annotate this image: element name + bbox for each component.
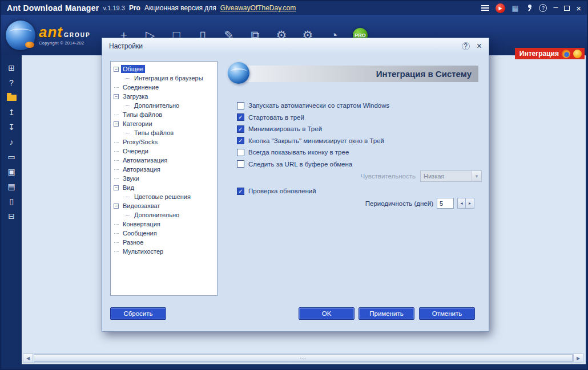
tree-item[interactable]: −Общее (112, 64, 216, 74)
checkbox[interactable]: ✓ (237, 113, 244, 121)
apply-button[interactable]: Применить (359, 307, 414, 320)
tree-item[interactable]: Proxy/Socks (112, 137, 216, 147)
checkbox[interactable] (237, 102, 244, 109)
spin-up-icon[interactable]: ▸ (466, 198, 474, 209)
tree-item[interactable]: −Загрузка (112, 92, 216, 101)
chevron-down-icon[interactable]: ▾ (472, 171, 481, 181)
checkbox-row: ✓Минимизировать в Трей (237, 123, 478, 135)
collapse-icon[interactable]: − (114, 67, 119, 72)
left-sidebar: ⊞?↥↧♪▭▣▤▯⊟ (1, 55, 22, 369)
tree-item[interactable]: Разное (112, 238, 216, 247)
checkbox[interactable] (237, 149, 244, 156)
tree-item-label: Загрузка (121, 92, 150, 100)
sounds-icon[interactable]: ♪ (5, 137, 18, 147)
import-icon[interactable]: ↧ (5, 122, 18, 132)
checkbox[interactable] (237, 160, 244, 168)
tree-item[interactable]: Цветовые решения (112, 192, 216, 201)
reset-button[interactable]: Сбросить (110, 307, 166, 320)
maximize-button[interactable] (564, 6, 570, 11)
checkbox-row: Следить за URL в буфере обмена (237, 158, 478, 170)
brand-text: antGROUP Copyright © 2014-202 (39, 25, 91, 46)
tree-item[interactable]: −Видеозахват (112, 201, 216, 210)
dialog-help-icon[interactable]: ? (462, 42, 470, 50)
scroll-left-arrow[interactable]: ◀ (23, 354, 33, 362)
tree-connector (114, 160, 119, 161)
grid-icon[interactable]: ▦ (512, 5, 518, 12)
tree-item[interactable]: Типы файлов (112, 110, 216, 119)
minimize-button[interactable]: – (553, 3, 558, 11)
tree-item[interactable]: Автоматизация (112, 156, 216, 165)
menu-icon[interactable] (481, 5, 489, 6)
dialog-close-icon[interactable]: × (477, 42, 482, 51)
tree-item-label: Видеозахват (121, 202, 162, 210)
spin-down-icon[interactable]: ◂ (457, 198, 466, 209)
tree-item[interactable]: −Вид (112, 183, 216, 192)
browser-icon[interactable] (573, 50, 582, 58)
tree-item[interactable]: Авторизация (112, 165, 216, 174)
tree-item[interactable]: Типы файлов (112, 128, 216, 137)
sensitivity-select[interactable]: Низкая ▾ (420, 170, 482, 182)
window-icon[interactable]: ▭ (5, 152, 18, 162)
checkbox[interactable]: ✓ (237, 137, 244, 144)
help-icon[interactable]: ? (539, 4, 547, 12)
tree-connector (114, 233, 119, 234)
tree-item-label: Соединение (121, 83, 160, 91)
tree-item-label: Proxy/Socks (121, 138, 159, 146)
collapse-icon[interactable]: − (114, 94, 119, 99)
scroll-right-arrow[interactable]: ▶ (573, 354, 583, 362)
dialog-title-bar[interactable]: Настройки ? × (102, 38, 489, 54)
tree-item[interactable]: Мультихостер (112, 247, 216, 256)
image-icon[interactable]: ▣ (5, 166, 18, 177)
tree-connector (114, 151, 119, 152)
tree-item[interactable]: Интеграция в браузеры (112, 74, 216, 83)
document-icon[interactable]: ▯ (5, 196, 18, 206)
sensitivity-label: Чувствительность (360, 173, 416, 180)
tree-item-label: Сообщения (121, 229, 159, 237)
categories-icon[interactable]: ⊞ (5, 63, 18, 73)
tree-item[interactable]: Конвертация (112, 219, 216, 229)
printer-icon[interactable]: ⊟ (5, 211, 18, 221)
close-button[interactable]: × (576, 4, 581, 13)
checkbox-label: Кнопка "Закрыть" минимизирует окно в Тре… (248, 137, 384, 144)
horizontal-scrollbar[interactable]: ◀ ··· ▶ (23, 353, 583, 363)
scrollbar-thumb[interactable]: ··· (34, 354, 573, 362)
tree-item-label: Дополнительно (132, 211, 181, 219)
settings-dialog: Настройки ? × −ОбщееИнтеграция в браузер… (102, 38, 489, 332)
play-glyph: ▶ (499, 6, 502, 11)
collapse-icon[interactable]: − (114, 121, 119, 127)
collapse-icon[interactable]: − (114, 204, 119, 209)
ok-button[interactable]: OK (299, 307, 355, 320)
section-banner: Интеграция в Систему (239, 66, 478, 82)
tree-item-label: Авторизация (121, 165, 162, 173)
tree-item[interactable]: Дополнительно (112, 101, 216, 110)
tree-item[interactable]: Дополнительно (112, 210, 216, 219)
promo-link[interactable]: GiveawayOfTheDay.com (220, 4, 296, 12)
keyboard-icon[interactable]: ▤ (5, 181, 18, 192)
giveaway-icon[interactable]: ▶ (496, 3, 505, 13)
folder-icon[interactable] (7, 95, 17, 101)
firefox-icon[interactable] (562, 50, 570, 58)
checkbox[interactable]: ✓ (237, 125, 244, 133)
dialog-controls: ? × (462, 42, 482, 51)
integration-badge[interactable]: Интеграция (515, 48, 585, 59)
updates-row: ✓ Проверка обновлений (237, 185, 316, 197)
collapse-icon[interactable]: − (114, 185, 119, 190)
tree-item[interactable]: Звуки (112, 174, 216, 183)
tree-item[interactable]: Сообщения (112, 229, 216, 238)
cancel-button[interactable]: Отменить (419, 307, 475, 320)
period-input[interactable] (437, 198, 454, 209)
help-icon[interactable]: ? (5, 78, 18, 88)
updates-checkbox[interactable]: ✓ (237, 188, 244, 195)
period-row: Периодичность (дней) ◂ ▸ (365, 198, 474, 209)
tree-item[interactable]: −Категории (112, 119, 216, 128)
brand-copyright: Copyright © 2014-202 (39, 41, 91, 46)
updates-checkbox-label: Проверка обновлений (248, 188, 316, 194)
system-checkboxes: Запускать автоматически со стартом Windo… (237, 100, 478, 170)
tree-item-label: Автоматизация (121, 156, 169, 164)
tree-item-label: Мультихостер (121, 247, 165, 255)
tree-item[interactable]: Соединение (112, 83, 216, 92)
tree-item[interactable]: Очереди (112, 147, 216, 156)
export-icon[interactable]: ↥ (5, 107, 18, 117)
sensitivity-value: Низкая (424, 173, 444, 180)
pin-icon[interactable] (525, 4, 533, 12)
